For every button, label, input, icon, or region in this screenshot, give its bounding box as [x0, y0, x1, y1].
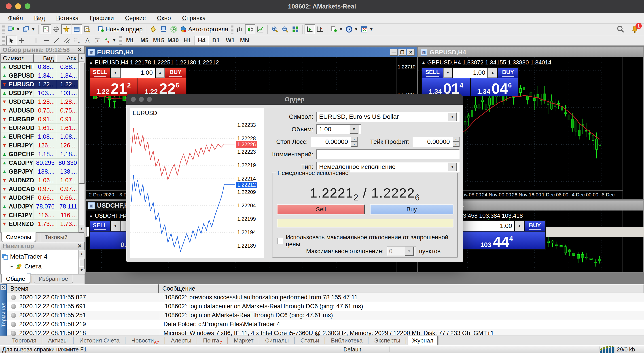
maximize-icon[interactable] [147, 97, 152, 102]
timeframe-button[interactable]: MN [238, 36, 252, 45]
menu-item[interactable]: Вид [29, 14, 50, 23]
volume-up-icon[interactable]: ▲ [515, 221, 524, 231]
terminal-tab[interactable]: Библиотека [327, 336, 366, 345]
market-watch-row[interactable]: ▲GBPUSD 1.34... 1.34... [1, 71, 78, 80]
restore-icon[interactable]: ❐ [398, 49, 406, 56]
bid-price[interactable]: 1.34014 [422, 78, 470, 96]
scrollbar-thumb[interactable] [79, 63, 84, 184]
minimize-window-icon[interactable] [15, 3, 21, 9]
maximize-window-icon[interactable] [24, 3, 30, 9]
chevron-down-icon[interactable]: ▼ [448, 112, 457, 121]
arrow-objects-tool[interactable]: ▼ [103, 36, 118, 46]
menu-item[interactable]: Справка [177, 14, 211, 23]
take-profit-input[interactable]: 0.00000 [413, 137, 452, 147]
text-tool[interactable]: A [82, 36, 92, 46]
volume-up-icon[interactable]: ▲ [488, 68, 497, 78]
column-bid[interactable]: Бид [34, 54, 56, 63]
collapse-icon[interactable]: ▲ [422, 60, 426, 65]
market-watch-row[interactable]: ▼EURAUD 1.61... 1.61... [1, 124, 78, 132]
terminal-toggle[interactable] [72, 24, 82, 34]
market-watch-row[interactable]: ▼AUDUSD 0.75... 0.75... [1, 106, 78, 115]
ask-price[interactable]: 1.22226 [138, 78, 186, 96]
menu-item[interactable]: Сервис [120, 14, 150, 23]
navigator-scrollbar[interactable]: ▲ ▼ [79, 250, 84, 274]
market-watch-row[interactable]: ▲EURCHF 1.08... 1.08... [1, 132, 78, 141]
comment-input[interactable] [316, 149, 460, 159]
chevron-down-icon[interactable]: ▼ [448, 162, 457, 171]
timeframe-button[interactable]: M30 [166, 36, 180, 45]
metaeditor-button[interactable] [148, 24, 158, 34]
buy-button[interactable]: Buy [370, 204, 453, 214]
volume-up-icon[interactable]: ▲ [156, 68, 164, 78]
buy-button[interactable]: BUY [498, 68, 518, 78]
strategy-tester-button[interactable] [82, 24, 92, 34]
tile-windows-button[interactable] [290, 24, 300, 34]
menu-item[interactable]: Окно [152, 14, 176, 23]
column-time[interactable]: Время [7, 284, 159, 293]
market-watch-toggle[interactable] [41, 24, 51, 34]
collapse-icon[interactable]: ▲ [89, 213, 93, 218]
navigator-tab[interactable]: Общие [1, 274, 30, 283]
buy-button[interactable]: BUY [165, 68, 186, 78]
buy-button[interactable]: BUY [524, 221, 545, 231]
tree-item-accounts[interactable]: −Счета [9, 261, 78, 271]
price-scale[interactable] [622, 57, 643, 199]
scroll-down-icon[interactable]: ▼ [79, 266, 84, 274]
terminal-tab[interactable]: Новости67 [127, 336, 163, 347]
fibonacci-tool[interactable]: F [72, 36, 82, 46]
search-icon[interactable] [616, 24, 626, 34]
market-watch-row[interactable]: ▼EURUSD 1.22... 1.22... [1, 80, 78, 89]
close-window-icon[interactable] [6, 3, 12, 9]
market-watch-row[interactable]: ▲GBPJPY 138.... 138.... [1, 167, 78, 176]
collapse-icon[interactable]: ▲ [89, 60, 93, 65]
new-order-button[interactable]: Новый ордер [96, 24, 144, 34]
market-watch-row[interactable]: ▲GBPCHF 1.18... 1.18... [1, 150, 78, 159]
timeframe-button[interactable]: W1 [223, 36, 238, 45]
take-profit-spinner[interactable]: ▲▼ [452, 137, 460, 147]
tree-item-metatrader[interactable]: MetaTrader 4 [2, 252, 78, 261]
market-watch-row[interactable]: ▼AUDCHF 0.66... 0.66... [1, 193, 78, 202]
timeframe-button[interactable]: M15 [152, 36, 166, 45]
trendline-tool[interactable] [52, 36, 62, 46]
volume-down-icon[interactable]: ▼ [111, 221, 120, 231]
collapse-minus-icon[interactable]: − [9, 264, 14, 269]
volume-input[interactable]: 1.00 [453, 68, 488, 78]
terminal-tab[interactable]: Эксперты [370, 336, 404, 345]
terminal-tab[interactable]: История Счета [75, 336, 124, 345]
timeframe-button[interactable]: M1 [123, 36, 137, 45]
log-row[interactable]: 2020.12.22 08:11:55.827 '108602': previo… [7, 293, 644, 302]
market-watch-row[interactable]: ▼EURGBP 0.91... 0.91... [1, 115, 78, 124]
terminal-tab[interactable]: Маркет [230, 336, 258, 345]
close-icon[interactable]: ✕ [77, 243, 82, 249]
status-profile[interactable]: Default [340, 346, 390, 353]
minimize-icon[interactable] [139, 97, 144, 102]
close-icon[interactable] [131, 97, 136, 102]
market-watch-tab[interactable]: Символы [1, 232, 36, 242]
market-watch-row[interactable]: ▼EURNZD 1.73... 1.73... [1, 220, 78, 228]
crosshair-tool[interactable] [16, 36, 27, 46]
market-watch-row[interactable]: ▲CADJPY 80.295 80.330 [1, 159, 78, 167]
market-watch-row[interactable]: ▼USDCAD 1.28... 1.28... [1, 98, 78, 106]
timeframe-button[interactable]: M5 [137, 36, 152, 45]
chart-shift-button[interactable] [315, 24, 325, 34]
terminal-tab[interactable]: Журнал [408, 336, 438, 345]
stop-loss-input[interactable]: 0.00000 [311, 137, 350, 147]
scroll-down-icon[interactable]: ▼ [79, 225, 84, 233]
market-watch-scrollbar[interactable]: ▲ ▼ [79, 54, 84, 233]
market-watch-row[interactable]: ▼AUDNZD 1.06... 1.07... [1, 176, 78, 185]
signals-button[interactable] [168, 24, 179, 34]
order-dialog-title-bar[interactable]: Ордер [126, 94, 463, 105]
sell-button[interactable]: SELL [90, 68, 110, 78]
indicators-button[interactable]: ▼ [329, 24, 344, 34]
sell-button[interactable]: SELL [422, 68, 443, 78]
log-row[interactable]: 2020.12.22 08:11:55.251 '108602': login … [7, 311, 644, 320]
notifications-bell-icon[interactable]: 1 [630, 24, 640, 34]
log-row[interactable]: 2020.12.22 08:11:50.218 Microsoft Window… [7, 329, 644, 335]
minimize-icon[interactable]: — [390, 49, 398, 56]
menu-item[interactable]: Вставка [51, 14, 84, 23]
symbol-select[interactable]: EURUSD, Euro vs US Dollar▼ [316, 112, 460, 122]
volume-select[interactable]: 1.00▼ [316, 124, 361, 134]
market-watch-row[interactable]: ▲USDJPY 103.... 103.... [1, 89, 78, 98]
templates-button[interactable]: ▼ [360, 24, 375, 34]
profiles-button[interactable]: ▼ [22, 24, 37, 34]
